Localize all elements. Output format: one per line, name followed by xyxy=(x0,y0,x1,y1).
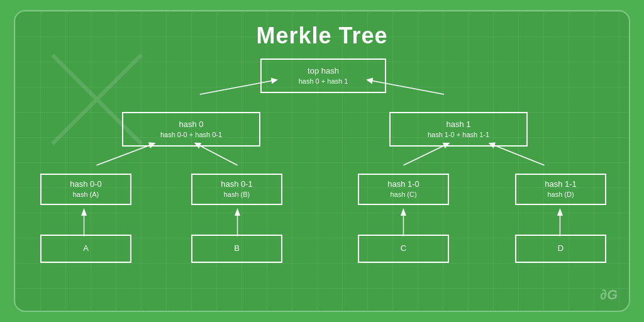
node-a: A xyxy=(40,235,131,263)
node-hash00: hash 0-0 hash (A) xyxy=(40,174,131,205)
node-d-label: D xyxy=(558,243,564,254)
main-container: Merkle Tree xyxy=(14,10,630,312)
node-hash0-line1: hash 0 xyxy=(179,119,203,130)
node-hash01-line1: hash 0-1 xyxy=(221,179,253,190)
node-hash10: hash 1-0 hash (C) xyxy=(358,174,449,205)
node-hash01: hash 0-1 hash (B) xyxy=(191,174,282,205)
node-hash10-line1: hash 1-0 xyxy=(387,179,419,190)
node-c: C xyxy=(358,235,449,263)
node-root-line1: top hash xyxy=(308,65,339,77)
node-b: B xyxy=(191,235,282,263)
node-b-label: B xyxy=(234,243,240,254)
node-c-label: C xyxy=(401,243,406,254)
node-hash11: hash 1-1 hash (D) xyxy=(515,174,606,205)
node-hash11-line2: hash (D) xyxy=(547,190,574,199)
node-hash01-line2: hash (B) xyxy=(224,190,250,199)
node-hash10-line2: hash (C) xyxy=(390,190,416,199)
svg-line-4 xyxy=(403,144,447,165)
node-hash00-line1: hash 0-0 xyxy=(70,179,102,190)
svg-line-5 xyxy=(491,144,545,165)
node-hash0-line2: hash 0-0 + hash 0-1 xyxy=(160,130,222,140)
node-root: top hash hash 0 + hash 1 xyxy=(260,58,386,93)
node-hash1-line2: hash 1-0 + hash 1-1 xyxy=(428,130,489,140)
node-hash00-line2: hash (A) xyxy=(73,190,99,199)
page-title: Merkle Tree xyxy=(256,23,387,49)
svg-line-2 xyxy=(96,144,153,165)
node-hash11-line1: hash 1-1 xyxy=(545,179,577,190)
node-root-line2: hash 0 + hash 1 xyxy=(299,77,348,86)
node-a-label: A xyxy=(83,243,89,254)
svg-line-3 xyxy=(197,144,238,165)
tree-diagram: top hash hash 0 + hash 1 hash 0 hash 0-0… xyxy=(15,55,629,311)
node-hash0: hash 0 hash 0-0 + hash 0-1 xyxy=(122,112,260,147)
node-hash1: hash 1 hash 1-0 + hash 1-1 xyxy=(389,112,528,147)
node-d: D xyxy=(515,235,606,263)
node-hash1-line1: hash 1 xyxy=(446,119,470,130)
